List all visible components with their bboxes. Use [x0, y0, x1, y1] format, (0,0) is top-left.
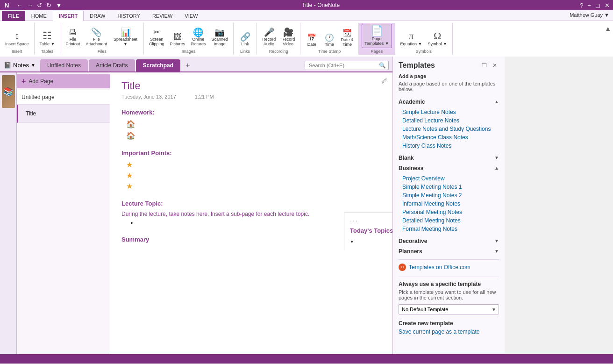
- category-decorative[interactable]: Decorative ▼: [399, 237, 499, 245]
- edit-icon[interactable]: 🖉: [381, 77, 388, 85]
- page-templates-label: PageTemplates ▼: [364, 37, 389, 46]
- note-editor[interactable]: 🖉 Title Tuesday, June 13, 2017 1:21 PM H…: [110, 72, 392, 250]
- ribbon-group-files: 🖶 FilePrintout 📎 FileAttachment 📊 Spread…: [60, 23, 144, 55]
- template-select[interactable]: No Default Template: [399, 304, 499, 314]
- note-title[interactable]: Title: [121, 80, 381, 92]
- minimize-btn[interactable]: −: [586, 1, 592, 9]
- search-icon[interactable]: 🔍: [379, 62, 386, 69]
- link-btn[interactable]: 🔗 Link: [237, 31, 254, 48]
- notebook-name: Notes: [13, 62, 29, 69]
- search-input[interactable]: [305, 61, 389, 70]
- spreadsheet-btn[interactable]: 📊 Spreadsheet ▼: [110, 27, 141, 48]
- time-icon: 🕐: [325, 34, 334, 42]
- create-template-label: Create new template: [399, 320, 499, 327]
- record-video-btn[interactable]: 🎥 RecordVideo: [279, 27, 297, 48]
- ribbon-group-symbols: π Equation ▼ Ω Symbol ▼ Symbols: [395, 23, 453, 55]
- tab-unfiled-notes[interactable]: Unfiled Notes: [40, 59, 88, 71]
- save-as-template-link[interactable]: Save current page as a template: [399, 328, 479, 335]
- tab-add-btn[interactable]: +: [181, 60, 194, 71]
- category-academic[interactable]: Academic ▲: [399, 98, 499, 106]
- tab-review[interactable]: REVIEW: [146, 11, 178, 21]
- template-personal-meeting[interactable]: Personal Meeting Notes: [399, 208, 499, 216]
- always-use-label: Always use a specific template: [399, 281, 499, 287]
- tab-history[interactable]: HISTORY: [111, 11, 146, 21]
- forward-btn[interactable]: →: [25, 1, 34, 9]
- template-detailed-lecture[interactable]: Detailed Lecture Notes: [399, 116, 499, 125]
- notebook-sidebar: 📚: [0, 72, 17, 354]
- scanned-image-icon: 📷: [214, 28, 225, 36]
- back-btn[interactable]: ←: [15, 1, 24, 9]
- template-lecture-study[interactable]: Lecture Notes and Study Questions: [399, 125, 499, 133]
- ribbon-group-timestamp: 📅 Date 🕐 Time 📆 Date &Time Time Stamp: [300, 23, 359, 55]
- date-btn[interactable]: 📅 Date: [303, 33, 320, 48]
- template-math-science[interactable]: Math/Science Class Notes: [399, 133, 499, 142]
- undo-btn[interactable]: ↺: [36, 1, 43, 9]
- table-icon: ☷: [43, 31, 52, 41]
- table-btn[interactable]: ☷ Table ▼: [37, 29, 57, 48]
- page-title-input[interactable]: [23, 108, 105, 119]
- pictures-btn[interactable]: 🖼 Pictures: [168, 31, 188, 48]
- template-formal-meeting[interactable]: Formal Meeting Notes: [399, 225, 499, 233]
- insert-space-btn[interactable]: ↕ Insert Space: [3, 29, 31, 48]
- insert-group-label: Insert: [12, 49, 22, 54]
- images-group-label: Images: [182, 49, 196, 54]
- templates-close-btn[interactable]: ✕: [491, 61, 499, 70]
- tab-home[interactable]: HOME: [25, 11, 53, 21]
- redo-btn[interactable]: ↻: [45, 1, 53, 9]
- category-decorative-label: Decorative: [399, 238, 427, 244]
- online-pictures-icon: 🌐: [193, 28, 203, 36]
- tab-draw[interactable]: DRAW: [84, 11, 111, 21]
- page-item-title[interactable]: [17, 105, 110, 123]
- category-planners[interactable]: Planners ▼: [399, 247, 499, 256]
- category-blank[interactable]: Blank ▼: [399, 154, 499, 162]
- symbol-btn[interactable]: Ω Symbol ▼: [426, 29, 449, 48]
- pictures-label: Pictures: [170, 42, 185, 47]
- link-label: Link: [241, 42, 249, 47]
- tab-insert[interactable]: INSERT: [53, 11, 84, 21]
- user-account[interactable]: Matthew Guay ▼: [204, 10, 613, 21]
- template-detailed-meeting[interactable]: Detailed Meeting Notes: [399, 216, 499, 225]
- scanned-image-btn[interactable]: 📷 ScannedImage: [209, 27, 231, 48]
- templates-divider: [399, 259, 499, 260]
- templates-pin-btn[interactable]: ❒: [480, 61, 489, 70]
- office-link[interactable]: O Templates on Office.com: [399, 264, 499, 271]
- file-printout-btn[interactable]: 🖶 FilePrintout: [63, 27, 82, 48]
- time-btn[interactable]: 🕐 Time: [321, 33, 338, 48]
- page-templates-icon: 📄: [371, 26, 383, 36]
- page-list: + Add Page Untitled page: [17, 72, 110, 354]
- today-topics-header: ··· ↔: [350, 217, 392, 224]
- template-history[interactable]: History Class Notes: [399, 142, 499, 150]
- notebook-dropdown-icon: ▼: [31, 63, 36, 68]
- template-project-overview[interactable]: Project Overview: [399, 174, 499, 183]
- notebook-selector[interactable]: 📓 Notes ▼: [4, 62, 36, 69]
- page-templates-btn[interactable]: 📄 PageTemplates ▼: [362, 24, 392, 48]
- help-btn[interactable]: ?: [578, 1, 584, 9]
- page-item-untitled[interactable]: Untitled page: [17, 90, 110, 105]
- record-audio-btn[interactable]: 🎤 RecordAudio: [260, 27, 278, 48]
- customize-btn[interactable]: ▼: [54, 1, 63, 9]
- tab-file[interactable]: FILE: [2, 11, 25, 21]
- equation-btn[interactable]: π Equation ▼: [398, 29, 425, 48]
- online-pictures-btn[interactable]: 🌐 OnlinePictures: [188, 27, 208, 48]
- screen-clipping-btn[interactable]: ✂ ScreenClipping: [147, 27, 167, 48]
- template-meeting-notes-2[interactable]: Simple Meeting Notes 2: [399, 191, 499, 200]
- ribbon-group-images: ✂ ScreenClipping 🖼 Pictures 🌐 OnlinePict…: [144, 23, 234, 55]
- star-2: ★: [126, 171, 381, 180]
- tab-article-drafts[interactable]: Article Drafts: [89, 59, 135, 71]
- office-icon: O: [399, 264, 406, 271]
- tab-view[interactable]: VIEW: [178, 11, 204, 21]
- ribbon-collapse-btn[interactable]: ▲: [603, 23, 613, 34]
- ribbon-tabs: FILE HOME INSERT DRAW HISTORY REVIEW VIE…: [0, 10, 613, 21]
- template-informal-meeting[interactable]: Informal Meeting Notes: [399, 200, 499, 208]
- category-business[interactable]: Business ▲: [399, 164, 499, 172]
- tab-scratchpad[interactable]: Scratchpad: [136, 59, 180, 71]
- note-editor-wrapper: 🖉 Title Tuesday, June 13, 2017 1:21 PM H…: [110, 72, 392, 354]
- template-meeting-notes-1[interactable]: Simple Meeting Notes 1: [399, 183, 499, 191]
- template-simple-lecture[interactable]: Simple Lecture Notes: [399, 108, 499, 116]
- add-page-btn[interactable]: + Add Page: [17, 74, 110, 88]
- today-topics-label: Today's Topics:: [350, 227, 392, 234]
- file-attachment-btn[interactable]: 📎 FileAttachment: [84, 27, 110, 48]
- close-btn[interactable]: ✕: [603, 1, 611, 9]
- restore-btn[interactable]: ◻: [594, 1, 602, 9]
- date-time-btn[interactable]: 📆 Date &Time: [339, 29, 356, 48]
